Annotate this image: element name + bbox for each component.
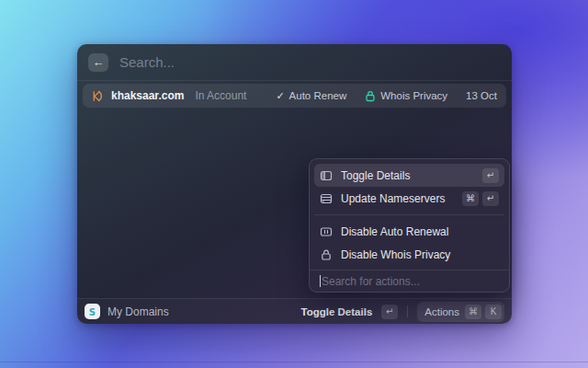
whois-privacy-label: Whois Privacy — [380, 90, 447, 101]
lock-icon — [365, 90, 376, 102]
back-arrow-icon: ← — [93, 56, 105, 68]
domain-status: In Account — [195, 89, 246, 102]
menu-item-label: Update Nameservers — [341, 192, 454, 205]
return-keycap: ↵ — [482, 168, 499, 183]
spaceship-app-icon: S — [85, 304, 100, 319]
domain-row-selected[interactable]: khaksaar.com In Account ✓ Auto Renew Who… — [83, 84, 506, 108]
return-keycap: ↵ — [381, 305, 398, 319]
raycast-window: ← khaksaar.com In Account ✓ Auto Renew — [77, 44, 512, 324]
text-cursor — [320, 275, 321, 287]
actions-button[interactable]: Actions ⌘ K — [417, 302, 504, 322]
menu-item-label: Disable Auto Renewal — [341, 225, 499, 238]
footer-source-label: My Domains — [107, 305, 169, 318]
back-button[interactable]: ← — [88, 53, 108, 72]
padlock-icon — [320, 248, 333, 261]
search-input[interactable] — [119, 54, 501, 70]
auto-renew-label: Auto Renew — [289, 90, 347, 101]
check-icon: ✓ — [276, 90, 284, 102]
return-keycap: ↵ — [482, 191, 499, 206]
whois-privacy-accessory: Whois Privacy — [365, 90, 447, 102]
cmd-keycap: ⌘ — [465, 305, 481, 319]
footer-bar: S My Domains Toggle Details ↵ Actions ⌘ … — [77, 298, 512, 324]
domain-name: khaksaar.com — [111, 89, 184, 102]
search-header: ← — [77, 44, 512, 81]
footer-divider — [407, 305, 408, 317]
domain-list: khaksaar.com In Account ✓ Auto Renew Who… — [77, 81, 512, 110]
menu-item-disable-whois-privacy[interactable]: Disable Whois Privacy — [314, 243, 504, 266]
menu-item-toggle-details[interactable]: Toggle Details ↵ — [314, 164, 504, 187]
actions-menu-panel: Toggle Details ↵ Update Nameservers ⌘ — [309, 158, 510, 293]
actions-search-input[interactable] — [322, 275, 499, 288]
k-keycap: K — [485, 305, 502, 319]
menu-item-label: Toggle Details — [341, 169, 474, 182]
menu-item-disable-auto-renewal[interactable]: Disable Auto Renewal — [314, 220, 504, 243]
menu-section-divider — [314, 214, 504, 215]
auto-renew-icon — [320, 225, 333, 238]
svg-text:S: S — [89, 306, 96, 316]
cmd-keycap: ⌘ — [462, 191, 479, 206]
menu-item-label: Disable Whois Privacy — [341, 248, 499, 261]
expiry-date: 13 Oct — [466, 90, 497, 101]
actions-search-row — [310, 270, 509, 292]
desktop-edge-line — [0, 362, 588, 362]
server-stack-icon — [320, 192, 333, 205]
menu-item-update-nameservers[interactable]: Update Nameservers ⌘ ↵ — [314, 187, 504, 210]
footer-primary-action[interactable]: Toggle Details — [301, 306, 373, 317]
actions-label: Actions — [424, 306, 459, 317]
domain-favicon-icon — [90, 89, 104, 103]
auto-renew-accessory: ✓ Auto Renew — [276, 90, 346, 102]
sidebar-layout-icon — [320, 169, 333, 182]
